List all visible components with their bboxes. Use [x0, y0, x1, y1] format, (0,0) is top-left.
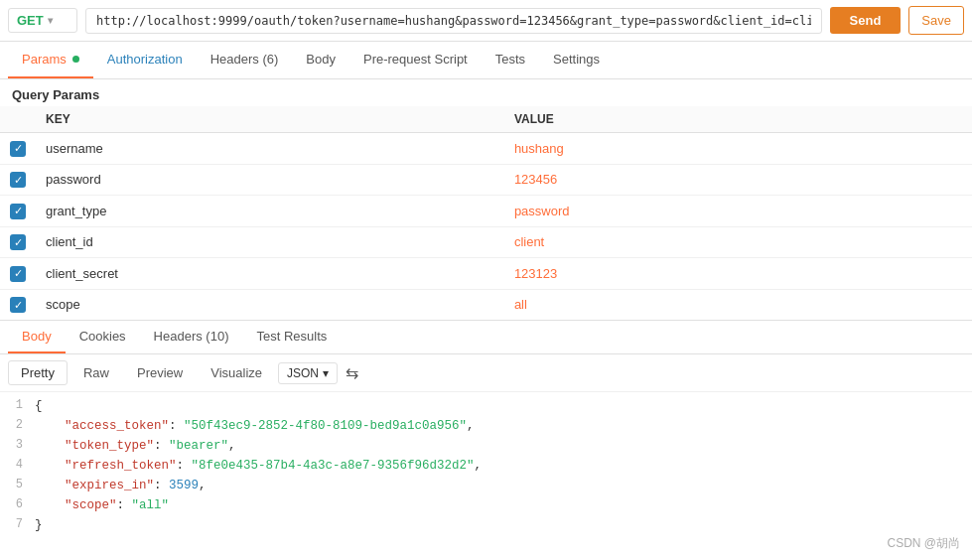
- col-header-key: KEY: [36, 106, 504, 133]
- checkbox[interactable]: ✓: [10, 297, 26, 313]
- method-label: GET: [17, 13, 44, 28]
- row-checkbox-cell: ✓: [0, 133, 36, 165]
- row-value: password: [504, 196, 972, 227]
- line-content: "access_token": "50f43ec9-2852-4f80-8109…: [35, 416, 972, 436]
- line-number: 2: [0, 416, 35, 436]
- tab-headers[interactable]: Headers (6): [197, 42, 293, 78]
- col-header-checkbox: [0, 106, 36, 133]
- resp-tab-test-results[interactable]: Test Results: [242, 321, 341, 353]
- row-checkbox-cell: ✓: [0, 289, 36, 320]
- response-tabs: Body Cookies Headers (10) Test Results: [0, 320, 972, 354]
- checkbox[interactable]: ✓: [10, 234, 26, 250]
- format-chevron: ▾: [323, 366, 329, 380]
- resp-tab-body[interactable]: Body: [8, 321, 66, 353]
- body-tab-visualize[interactable]: Visualize: [199, 361, 274, 384]
- tab-body-label: Body: [306, 52, 336, 67]
- query-params-label: Query Params: [0, 79, 972, 106]
- resp-tab-cookies-label: Cookies: [79, 329, 126, 344]
- line-number: 5: [0, 476, 35, 495]
- row-value: 123456: [504, 164, 972, 196]
- checkbox[interactable]: ✓: [10, 141, 26, 157]
- row-value: all: [504, 289, 972, 320]
- table-row: ✓ client_id client: [0, 226, 972, 258]
- json-body: 1 { 2 "access_token": "50f43ec9-2852-4f8…: [0, 392, 972, 539]
- table-row: ✓ client_secret 123123: [0, 258, 972, 290]
- row-value: client: [504, 226, 972, 258]
- line-number: 1: [0, 396, 35, 416]
- body-tab-pretty-label: Pretty: [21, 365, 55, 380]
- method-chevron: ▾: [48, 15, 53, 26]
- line-content: {: [35, 396, 972, 416]
- row-checkbox-cell: ✓: [0, 196, 36, 227]
- table-row: ✓ scope all: [0, 289, 972, 320]
- checkbox[interactable]: ✓: [10, 172, 26, 188]
- line-number: 6: [0, 495, 35, 515]
- tab-settings[interactable]: Settings: [539, 42, 614, 78]
- method-selector[interactable]: GET ▾: [8, 8, 77, 33]
- format-selector[interactable]: JSON ▾: [278, 362, 338, 384]
- line-content: "token_type": "bearer",: [35, 436, 972, 456]
- url-input[interactable]: [85, 8, 822, 34]
- watermark: CSDN @胡尚: [887, 535, 960, 539]
- row-checkbox-cell: ✓: [0, 164, 36, 196]
- format-label: JSON: [287, 366, 319, 380]
- row-value: 123123: [504, 258, 972, 290]
- body-tab-pretty[interactable]: Pretty: [8, 360, 68, 385]
- tab-prerequest[interactable]: Pre-request Script: [349, 42, 482, 78]
- tab-headers-label: Headers (6): [210, 52, 279, 67]
- tab-body[interactable]: Body: [292, 42, 349, 78]
- line-number: 4: [0, 456, 35, 476]
- json-line: 7 }: [0, 515, 972, 535]
- send-button[interactable]: Send: [830, 7, 902, 34]
- row-key: client_secret: [36, 258, 504, 290]
- line-number: 3: [0, 436, 35, 456]
- tab-prerequest-label: Pre-request Script: [363, 52, 468, 67]
- row-checkbox-cell: ✓: [0, 226, 36, 258]
- checkbox[interactable]: ✓: [10, 204, 26, 219]
- line-number: 7: [0, 515, 35, 535]
- checkbox[interactable]: ✓: [10, 266, 26, 282]
- resp-tab-cookies[interactable]: Cookies: [66, 321, 140, 353]
- body-tab-preview[interactable]: Preview: [125, 361, 195, 384]
- tab-tests-label: Tests: [495, 52, 525, 67]
- json-line: 5 "expires_in": 3599,: [0, 476, 972, 495]
- resp-tab-headers-label: Headers (10): [154, 329, 229, 344]
- row-key: client_id: [36, 226, 504, 258]
- body-tab-raw[interactable]: Raw: [71, 361, 121, 384]
- resp-tab-headers[interactable]: Headers (10): [140, 321, 243, 353]
- top-bar: GET ▾ Send Save: [0, 0, 972, 42]
- row-value: hushang: [504, 133, 972, 165]
- json-line: 3 "token_type": "bearer",: [0, 436, 972, 456]
- tab-authorization[interactable]: Authorization: [93, 42, 197, 78]
- tab-authorization-label: Authorization: [107, 52, 183, 67]
- row-key: scope: [36, 289, 504, 320]
- tab-settings-label: Settings: [553, 52, 600, 67]
- table-row: ✓ grant_type password: [0, 196, 972, 227]
- table-row: ✓ password 123456: [0, 164, 972, 196]
- line-content: "scope": "all": [35, 495, 972, 515]
- json-line: 2 "access_token": "50f43ec9-2852-4f80-81…: [0, 416, 972, 436]
- params-dot: [72, 56, 79, 63]
- tab-params-label: Params: [22, 52, 67, 67]
- wrap-icon[interactable]: ⇆: [346, 363, 358, 382]
- params-table: KEY VALUE ✓ username hushang ✓ password …: [0, 106, 972, 320]
- row-checkbox-cell: ✓: [0, 258, 36, 290]
- body-tab-visualize-label: Visualize: [210, 365, 262, 380]
- resp-tab-test-results-label: Test Results: [256, 329, 327, 344]
- table-row: ✓ username hushang: [0, 133, 972, 165]
- line-content: "expires_in": 3599,: [35, 476, 972, 495]
- body-tab-preview-label: Preview: [137, 365, 183, 380]
- body-tab-raw-label: Raw: [83, 365, 109, 380]
- tab-params[interactable]: Params: [8, 42, 93, 78]
- tab-tests[interactable]: Tests: [482, 42, 539, 78]
- json-line: 1 {: [0, 396, 972, 416]
- row-key: username: [36, 133, 504, 165]
- body-toolbar: Pretty Raw Preview Visualize JSON ▾ ⇆: [0, 354, 972, 392]
- resp-tab-body-label: Body: [22, 329, 52, 344]
- save-button[interactable]: Save: [908, 6, 964, 35]
- json-line: 4 "refresh_token": "8fe0e435-87b4-4a3c-a…: [0, 456, 972, 476]
- row-key: grant_type: [36, 196, 504, 227]
- json-line: 6 "scope": "all": [0, 495, 972, 515]
- line-content: }: [35, 515, 972, 535]
- col-header-value: VALUE: [504, 106, 972, 133]
